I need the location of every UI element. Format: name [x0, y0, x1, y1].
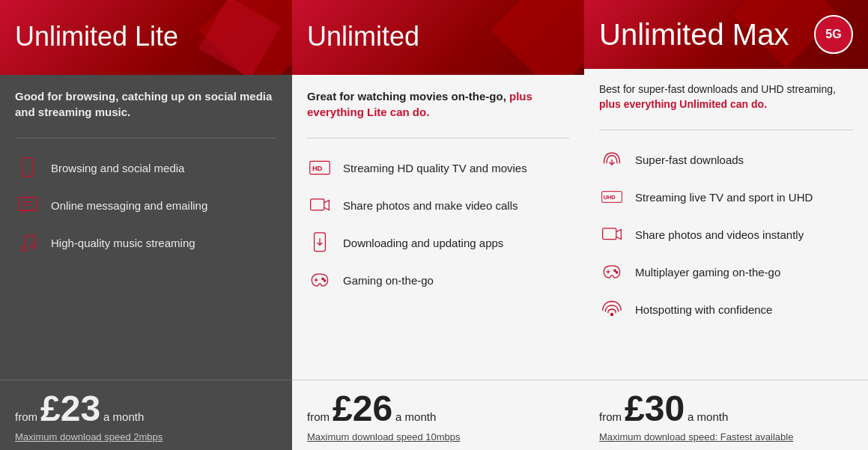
plan-unlimited-title: Unlimited [307, 21, 419, 52]
list-item: Online messaging and emailing [15, 186, 277, 224]
list-item: Multiplayer gaming on-the-go [599, 253, 853, 291]
svg-rect-2 [19, 198, 37, 211]
speed-note[interactable]: Maximum download speed: Fastest availabl… [599, 431, 853, 443]
message-icon [15, 192, 40, 218]
plan-lite: Unlimited Lite Good for browsing, catchi… [0, 0, 292, 450]
badge-label: 5G [825, 28, 841, 41]
plan-lite-features: Browsing and social media Online messagi… [15, 149, 277, 366]
svg-point-15 [324, 280, 325, 282]
description-prefix: Great for watching movies on-the-go, [307, 90, 509, 103]
feature-text: Share photos and make video calls [343, 199, 518, 212]
svg-rect-9 [311, 199, 324, 210]
plan-unlimited: Unlimited Great for watching movies on-t… [292, 0, 584, 450]
plan-unlimited-body: Great for watching movies on-the-go, plu… [292, 75, 584, 380]
price-line: from £30 a month [599, 391, 853, 427]
plan-max-divider [599, 130, 853, 130]
list-item: Super-fast downloads [599, 141, 853, 178]
plan-max-description: Best for super-fast downloads and UHD st… [599, 82, 853, 112]
share-video-icon [599, 222, 625, 247]
hotspot-icon [599, 297, 625, 322]
list-item: Browsing and social media [15, 149, 277, 186]
list-item: UHD Streaming live TV and sport in UHD [599, 178, 853, 216]
plan-lite-footer: from £23 a month Maximum download speed … [0, 380, 292, 450]
plan-max-footer: from £30 a month Maximum download speed:… [584, 380, 868, 450]
list-item: Downloading and updating apps [307, 224, 569, 261]
speed-note[interactable]: Maximum download speed 2mbps [15, 431, 277, 443]
plan-lite-description: Good for browsing, catching up on social… [15, 88, 277, 120]
plan-max: Unlimited Max 5G Best for super-fast dow… [584, 0, 868, 450]
5g-badge: 5G [814, 15, 853, 54]
svg-point-6 [31, 244, 36, 249]
svg-point-22 [614, 270, 616, 271]
gaming-icon [307, 267, 333, 293]
plans-container: Unlimited Lite Good for browsing, catchi… [0, 0, 868, 450]
feature-text: High-quality music streaming [51, 237, 195, 249]
price-period: a month [103, 410, 144, 423]
plan-unlimited-divider [307, 138, 569, 139]
svg-point-5 [22, 247, 26, 252]
price-period: a month [395, 410, 436, 423]
hd-icon: HD [307, 155, 333, 180]
list-item: Share photos and videos instantly [599, 216, 853, 253]
svg-text:UHD: UHD [604, 195, 616, 201]
feature-text: Share photos and videos instantly [635, 228, 804, 241]
price-amount: £30 [625, 391, 685, 427]
list-item: Share photos and make video calls [307, 186, 569, 224]
price-amount: £26 [333, 391, 392, 427]
list-item: HD Streaming HD quality TV and movies [307, 149, 569, 186]
price-from: from [307, 410, 330, 423]
speed-note[interactable]: Maximum download speed 10mbps [307, 431, 569, 443]
price-period: a month [688, 410, 728, 423]
svg-point-23 [616, 272, 617, 273]
feature-text: Multiplayer gaming on-the-go [635, 266, 780, 279]
plan-lite-title: Unlimited Lite [15, 21, 178, 52]
fast-download-icon [599, 147, 625, 172]
uhd-icon: UHD [599, 184, 625, 210]
list-item: Gaming on-the-go [307, 261, 569, 299]
video-icon [307, 192, 333, 218]
plan-lite-header: Unlimited Lite [0, 0, 292, 75]
price-from: from [599, 410, 622, 423]
price-from: from [15, 410, 37, 423]
plan-max-header: Unlimited Max 5G [584, 0, 868, 69]
plan-lite-body: Good for browsing, catching up on social… [0, 75, 292, 380]
svg-point-14 [322, 278, 324, 279]
svg-text:HD: HD [312, 165, 323, 172]
feature-text: Online messaging and emailing [51, 199, 207, 212]
svg-point-24 [610, 313, 613, 316]
plan-max-features: Super-fast downloads UHD Streaming live … [599, 141, 853, 366]
multiplayer-gaming-icon [599, 259, 625, 285]
plan-unlimited-header: Unlimited [292, 0, 584, 75]
music-icon [15, 230, 40, 255]
price-amount: £23 [40, 391, 100, 427]
feature-text: Downloading and updating apps [343, 237, 503, 249]
plan-unlimited-description: Great for watching movies on-the-go, plu… [307, 88, 569, 120]
feature-text: Super-fast downloads [635, 153, 744, 166]
plan-unlimited-features: HD Streaming HD quality TV and movies Sh… [307, 149, 569, 366]
plan-max-body: Best for super-fast downloads and UHD st… [584, 69, 868, 380]
svg-rect-19 [603, 228, 616, 240]
price-line: from £23 a month [15, 391, 277, 427]
list-item: High-quality music streaming [15, 224, 277, 261]
phone-icon [15, 155, 40, 180]
feature-text: Streaming HD quality TV and movies [343, 162, 527, 174]
description-prefix: Best for super-fast downloads and UHD st… [599, 83, 836, 95]
feature-text: Browsing and social media [51, 162, 184, 174]
feature-text: Gaming on-the-go [343, 274, 434, 287]
plan-unlimited-footer: from £26 a month Maximum download speed … [292, 380, 584, 450]
feature-text: Streaming live TV and sport in UHD [635, 191, 813, 204]
price-line: from £26 a month [307, 391, 569, 427]
feature-text: Hotspotting with confidence [635, 303, 772, 316]
description-highlight: plus everything Unlimited can do. [599, 98, 767, 110]
list-item: Hotspotting with confidence [599, 291, 853, 328]
plan-lite-divider [15, 138, 277, 139]
plan-max-title: Unlimited Max [599, 18, 789, 52]
download-phone-icon [307, 230, 333, 255]
